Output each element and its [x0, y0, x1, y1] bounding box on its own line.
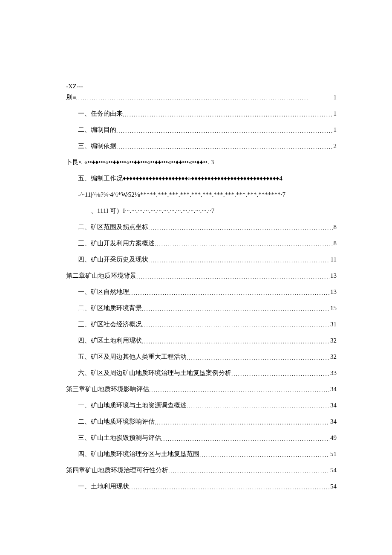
toc-entry: 四、矿山地质环境治理分区与土地复垦范围.....................…	[66, 449, 337, 459]
toc-entry: 第二章矿山地质环境背景.............................…	[66, 270, 337, 281]
toc-label: 第三章矿山地质环境影响评估	[66, 384, 149, 394]
toc-label: 四、矿区土地利用现状	[78, 335, 142, 346]
toc-leader: ........................................…	[149, 386, 329, 394]
toc-label: 第二章矿山地质环境背景	[66, 270, 136, 281]
toc-header-page: 1	[333, 92, 337, 102]
toc-page: 8	[333, 238, 337, 248]
toc-page: 11	[330, 254, 337, 264]
toc-page: 34	[329, 416, 337, 427]
toc-label: 五、编制工作况♦♦♦♦♦♦♦♦♦♦♦♦♦♦♦♦♦♦♦♦»♦♦♦♦♦♦♦♦♦♦♦♦…	[78, 173, 282, 183]
toc-label: 四、矿山开采历史及现状	[78, 254, 148, 264]
toc-label: 二、矿区地质环境背景	[78, 303, 142, 313]
toc-label: 卜艮•. «••♦♦•••«••♦♦•••«••♦♦•••«••♦♦•••«••…	[66, 157, 214, 167]
toc-page: 8	[333, 222, 337, 232]
toc-label: 三、矿山开发利用方案概述	[78, 238, 155, 248]
toc-leader: ........................................…	[231, 370, 329, 378]
toc-leader: ........................................…	[199, 451, 329, 459]
toc-header-label: 刖≡	[66, 92, 76, 102]
toc-label: 四、矿山地质环境治理分区与土地复垦范围	[78, 449, 199, 459]
toc-page: 15	[329, 303, 337, 313]
toc-page: 34	[329, 384, 337, 394]
toc-leader: ........................................…	[116, 127, 333, 135]
toc-page: 1	[333, 125, 337, 135]
toc-label: 三、矿山土地损毁预测与评估	[78, 433, 161, 443]
toc-label: 一、矿山地质环境与土地资源调查概述	[78, 400, 187, 410]
toc-leader: ........................................…	[76, 94, 332, 102]
toc-label: 二、矿山地质环境影响评估	[78, 416, 155, 427]
toc-entry: 三、编制依据..................................…	[66, 141, 337, 151]
toc-leader: ........................................…	[148, 224, 333, 232]
toc-leader: ........................................…	[161, 435, 329, 443]
toc-entry: 卜艮•. «••♦♦•••«••♦♦•••«••♦♦•••«••♦♦•••«••…	[66, 157, 337, 167]
toc-entry: 四、矿山开采历史及现状.............................…	[66, 254, 337, 264]
toc-label: 一、矿区自然地理	[78, 287, 129, 297]
toc-leader: ........................................…	[168, 467, 329, 475]
toc-page: 13	[329, 270, 337, 281]
toc-entry: 三、矿山土地损毁预测与评估...........................…	[66, 433, 337, 443]
toc-entry: 一、矿山地质环境与土地资源调查概述.......................…	[66, 400, 337, 410]
toc-entry: 一、土地利用现状................................…	[66, 481, 337, 491]
toc-label: -^·11|^¹⁄₈?¾·4^i*W⁄52¹⁄₈*****.***.***.**…	[78, 189, 285, 200]
toc-leader: ........................................…	[187, 402, 329, 410]
toc-label: 一、任务的由来	[78, 108, 123, 119]
toc-container: -XZ--- 刖≡ ..............................…	[66, 81, 337, 491]
toc-entry: 五、编制工作况♦♦♦♦♦♦♦♦♦♦♦♦♦♦♦♦♦♦♦♦»♦♦♦♦♦♦♦♦♦♦♦♦…	[66, 173, 337, 183]
toc-leader: ........................................…	[187, 354, 329, 362]
toc-leader: ........................................…	[116, 143, 333, 151]
toc-label: 六、矿区及周边矿山地质环境治理与土地复垦案例分析	[78, 368, 231, 378]
toc-page: 32	[329, 335, 337, 346]
toc-list: 一、任务的由来.................................…	[66, 108, 337, 491]
toc-entry: 一、矿区自然地理................................…	[66, 287, 337, 297]
toc-label: 二、编制目的	[78, 125, 116, 135]
toc-leader: ........................................…	[142, 337, 329, 346]
toc-entry: 第四章矿山地质环境治理可行性分析........................…	[66, 465, 337, 475]
toc-leader: ........................................…	[136, 273, 329, 281]
toc-entry: 二、矿区范围及拐点坐标.............................…	[66, 222, 337, 232]
toc-page: 54	[329, 465, 337, 475]
toc-label: 、111I 可）I···.···.···.···.···.···.···.···…	[91, 206, 214, 216]
toc-label: 一、土地利用现状	[78, 481, 129, 491]
toc-page: 34	[329, 400, 337, 410]
toc-entry: 、111I 可）I···.···.···.···.···.···.···.···…	[66, 206, 337, 216]
toc-entry: 二、矿山地质环境影响评估............................…	[66, 416, 337, 427]
toc-page: 33	[329, 368, 337, 378]
toc-header-entry: 刖≡ .....................................…	[66, 92, 337, 102]
toc-label: 三、编制依据	[78, 141, 116, 151]
header-code: -XZ---	[66, 81, 337, 91]
toc-entry: 二、矿区地质环境背景..............................…	[66, 303, 337, 313]
toc-page: 32	[329, 352, 337, 362]
toc-entry: 三、矿山开发利用方案概述............................…	[66, 238, 337, 248]
toc-leader: ........................................…	[123, 110, 333, 119]
toc-page: 51	[329, 449, 337, 459]
toc-entry: 四、矿区土地利用现状..............................…	[66, 335, 337, 346]
toc-entry: 二、编制目的..................................…	[66, 125, 337, 135]
toc-leader: ........................................…	[148, 256, 330, 264]
toc-leader: ........................................…	[129, 483, 329, 491]
toc-entry: 六、矿区及周边矿山地质环境治理与土地复垦案例分析................…	[66, 368, 337, 378]
toc-label: 二、矿区范围及拐点坐标	[78, 222, 148, 232]
toc-page: 1	[333, 108, 337, 119]
toc-page: 31	[329, 319, 337, 329]
toc-leader: ........................................…	[142, 305, 329, 313]
toc-entry: 三、矿区社会经济概况..............................…	[66, 319, 337, 329]
toc-entry: 五、矿区及周边其他人类重大工程活动.......................…	[66, 352, 337, 362]
toc-leader: ........................................…	[155, 240, 333, 248]
toc-label: 五、矿区及周边其他人类重大工程活动	[78, 352, 187, 362]
toc-page: 49	[329, 433, 337, 443]
toc-leader: ........................................…	[155, 418, 329, 427]
toc-label: 第四章矿山地质环境治理可行性分析	[66, 465, 168, 475]
toc-label: 三、矿区社会经济概况	[78, 319, 142, 329]
toc-leader: ........................................…	[129, 289, 329, 297]
toc-leader: ........................................…	[142, 321, 329, 329]
toc-page: 54	[329, 481, 337, 491]
toc-entry: 一、任务的由来.................................…	[66, 108, 337, 119]
toc-page: 13	[329, 287, 337, 297]
toc-entry: -^·11|^¹⁄₈?¾·4^i*W⁄52¹⁄₈*****.***.***.**…	[66, 189, 337, 200]
toc-page: 2	[333, 141, 337, 151]
toc-entry: 第三章矿山地质环境影响评估...........................…	[66, 384, 337, 394]
